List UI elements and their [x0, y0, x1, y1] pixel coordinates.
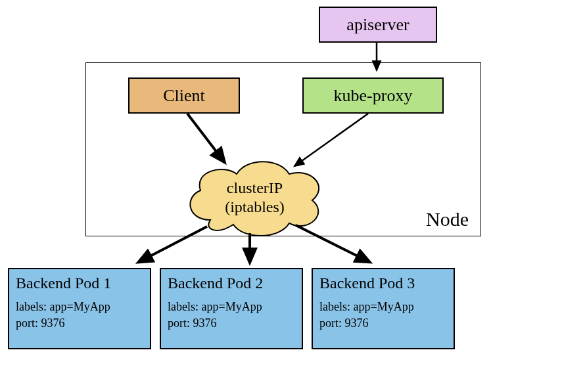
client-label: Client: [163, 86, 205, 106]
pod-labels: labels: app=MyApp: [319, 299, 447, 315]
clusterip-cloud: clusterIP (iptables): [181, 158, 329, 240]
backend-pod-2: Backend Pod 2 labels: app=MyApp port: 93…: [160, 268, 303, 349]
pod-title: Backend Pod 1: [16, 274, 143, 292]
apiserver-box: apiserver: [319, 7, 437, 43]
kubeproxy-label: kube-proxy: [334, 86, 413, 106]
pod-port: port: 9376: [319, 315, 447, 332]
pod-port: port: 9376: [16, 315, 143, 332]
pod-title: Backend Pod 2: [168, 274, 295, 292]
clusterip-text: clusterIP (iptables): [181, 179, 329, 217]
node-label: Node: [426, 208, 469, 230]
apiserver-label: apiserver: [346, 15, 409, 35]
pod-labels: labels: app=MyApp: [168, 299, 295, 315]
backend-pod-1: Backend Pod 1 labels: app=MyApp port: 93…: [8, 268, 151, 349]
pod-title: Backend Pod 3: [319, 274, 447, 292]
backend-pod-3: Backend Pod 3 labels: app=MyApp port: 93…: [312, 268, 455, 349]
pod-port: port: 9376: [168, 315, 295, 332]
clusterip-line2: (iptables): [181, 198, 329, 217]
kubeproxy-box: kube-proxy: [302, 77, 444, 114]
clusterip-line1: clusterIP: [181, 179, 329, 198]
client-box: Client: [128, 77, 240, 114]
pod-labels: labels: app=MyApp: [16, 299, 143, 315]
